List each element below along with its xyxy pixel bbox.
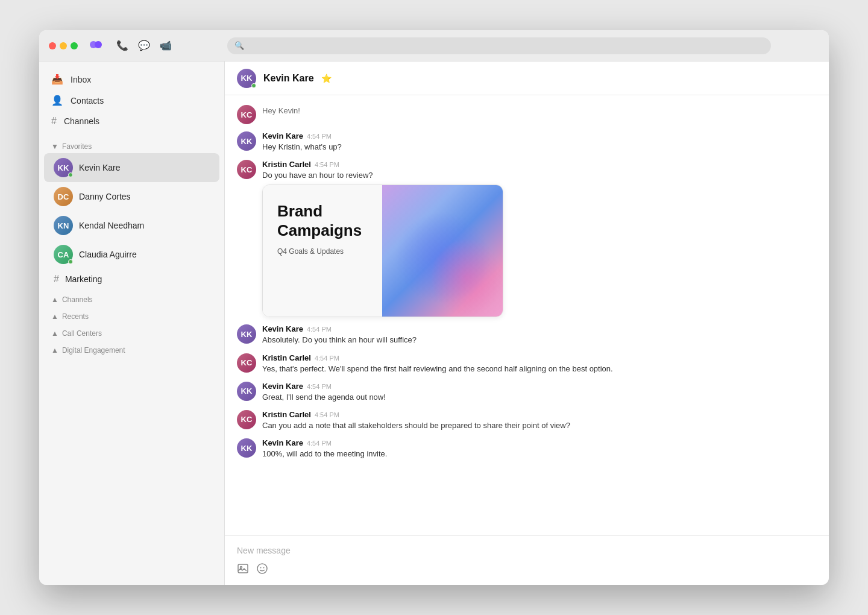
sidebar-item-kendal-needham[interactable]: KN Kendal Needham [44,211,219,240]
recents-section-header: ▲ Recents [39,306,224,323]
channel-label-marketing: Marketing [65,274,102,284]
message-header-6: Kristin Carlel 4:54 PM [262,410,817,419]
close-button[interactable] [49,42,56,49]
message-time-5: 4:54 PM [307,383,332,390]
sidebar-label-contacts: Contacts [71,96,104,106]
sidebar-item-channels[interactable]: # Channels [39,111,224,131]
message-header-7: Kevin Kare 4:54 PM [262,438,817,447]
sidebar-item-contacts[interactable]: 👤 Contacts [39,90,224,111]
message-sender-2: Kristin Carlel [262,160,311,169]
call-centers-chevron-icon: ▲ [51,329,58,338]
video-icon[interactable]: 📹 [160,40,172,51]
minimize-button[interactable] [60,42,67,49]
channels-section-header: ▲ Channels [39,289,224,306]
recents-section-label: Recents [62,312,89,321]
maximize-button[interactable] [71,42,78,49]
sidebar: 📥 Inbox 👤 Contacts # Channels ▼ Favorite… [39,62,225,585]
message-content-1: Kevin Kare 4:54 PM Hey Kristin, what's u… [262,131,817,153]
message-sender-1: Kevin Kare [262,131,303,140]
brand-campaign-card[interactable]: Brand Campaigns Q4 Goals & Updates [262,184,503,317]
message-header-5: Kevin Kare 4:54 PM [262,382,817,391]
message-sender-6: Kristin Carlel [262,410,311,419]
recents-chevron-icon: ▲ [51,312,58,321]
message-header-1: Kevin Kare 4:54 PM [262,131,817,140]
emoji-button[interactable] [256,563,268,578]
svg-point-3 [241,567,242,569]
marketing-hash-icon: # [54,274,59,285]
chat-icon[interactable]: 💬 [138,40,150,51]
call-centers-section-header: ▲ Call Centers [39,323,224,340]
message-text-6: Can you add a note that all stakeholders… [262,420,817,431]
message-sender-7: Kevin Kare [262,438,303,447]
chat-header-name: Kevin Kare [263,73,314,84]
avatar-wrapper-kristin-2: KC [237,160,256,179]
image-attach-button[interactable] [237,563,249,578]
favorites-chevron-icon: ▼ [51,142,58,151]
avatar-wrapper-kk7: KK [237,438,256,458]
avatar-wrapper-kristin-6: KC [237,410,256,429]
message-row-6: KC Kristin Carlel 4:54 PM Can you add a … [237,410,817,431]
contact-name-kendal: Kendal Needham [79,221,144,230]
message-time-7: 4:54 PM [307,440,332,447]
titlebar-icons: 📞 💬 📹 [116,40,172,51]
app-logo [87,36,104,55]
chat-header: KK Kevin Kare ⭐ [225,62,829,95]
avatar-wrapper-kk: KK [54,158,73,177]
search-icon: 🔍 [234,41,244,50]
message-row-7: KK Kevin Kare 4:54 PM 100%, will add to … [237,438,817,459]
input-actions [237,563,817,578]
message-text-5: Great, I'll send the agenda out now! [262,392,817,403]
chat-header-status-dot [251,83,256,88]
search-bar[interactable]: 🔍 [227,37,771,54]
contacts-icon: 👤 [51,95,63,106]
avatar-kk-1: KK [237,131,256,151]
avatar-wrapper-ca: CA [54,245,73,264]
message-content: Hey Kevin! [262,105,817,116]
messages-container[interactable]: KC Hey Kevin! KK Kevin Kare 4:54 PM [225,95,829,535]
sidebar-item-inbox[interactable]: 📥 Inbox [39,69,224,90]
traffic-lights [49,42,78,49]
avatar-kristin-4: KC [237,353,256,373]
message-row-2: KC Kristin Carlel 4:54 PM Do you have an… [237,160,817,317]
digital-engagement-section-label: Digital Engagement [62,346,125,355]
brand-card-title: Brand Campaigns [277,202,368,239]
app-window: 📞 💬 📹 🔍 📥 Inbox 👤 Contacts # Cha [39,30,829,585]
brand-card-subtitle: Q4 Goals & Updates [277,247,368,256]
brand-card-image [382,185,503,317]
favorites-section-header: ▼ Favorites [39,136,224,153]
avatar-kristin-6: KC [237,410,256,429]
message-sender-3: Kevin Kare [262,324,303,333]
titlebar: 📞 💬 📹 🔍 [39,30,829,62]
svg-point-1 [95,41,102,48]
message-row-5: KK Kevin Kare 4:54 PM Great, I'll send t… [237,382,817,403]
message-header-4: Kristin Carlel 4:54 PM [262,353,817,362]
message-text-7: 100%, will add to the meeting invite. [262,449,817,459]
message-row-3: KK Kevin Kare 4:54 PM Absolutely. Do you… [237,324,817,345]
inbox-icon: 📥 [51,74,63,85]
phone-icon[interactable]: 📞 [116,40,128,51]
message-content-5: Kevin Kare 4:54 PM Great, I'll send the … [262,382,817,403]
message-time-4: 4:54 PM [315,355,339,362]
avatar-kk-3: KK [237,324,256,344]
message-content-3: Kevin Kare 4:54 PM Absolutely. Do you th… [262,324,817,345]
avatar-kk-5: KK [237,382,256,401]
contact-name-claudia: Claudia Aguirre [79,250,137,259]
avatar-dc: DC [54,187,73,206]
sidebar-item-claudia-aguirre[interactable]: CA Claudia Aguirre [44,240,219,269]
sidebar-label-channels: Channels [64,116,99,126]
avatar-wrapper-kk3: KK [237,324,256,344]
avatar-wrapper: KC [237,105,256,124]
message-header-3: Kevin Kare 4:54 PM [262,324,817,333]
message-time-6: 4:54 PM [315,411,339,418]
sidebar-item-danny-cortes[interactable]: DC Danny Cortes [44,182,219,211]
avatar-wrapper-kk1: KK [237,131,256,151]
message-sender-4: Kristin Carlel [262,353,311,362]
message-time-2: 4:54 PM [315,161,339,168]
avatar-kristin-2: KC [237,160,256,179]
channels-hash-icon: # [51,116,57,127]
sidebar-item-kevin-kare[interactable]: KK Kevin Kare [44,153,219,182]
status-dot-kk [68,172,73,177]
sidebar-item-marketing[interactable]: # Marketing [44,269,219,289]
digital-engagement-chevron-icon: ▲ [51,346,58,355]
message-input[interactable] [237,543,817,558]
